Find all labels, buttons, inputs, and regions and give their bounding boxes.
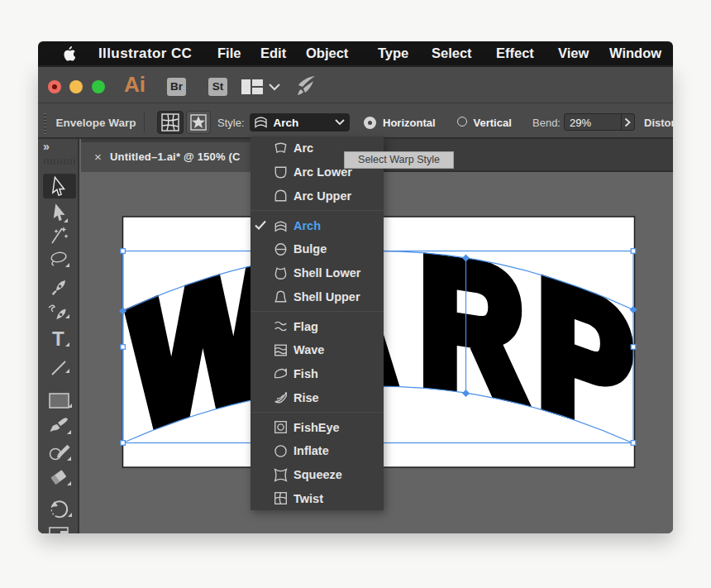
svg-text:»: »: [43, 140, 50, 153]
svg-text:T: T: [52, 327, 64, 350]
